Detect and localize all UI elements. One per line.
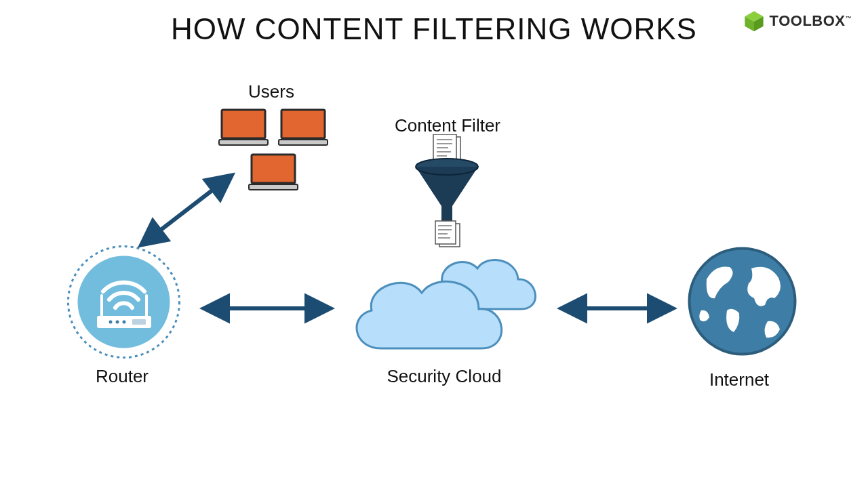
flow-arrows bbox=[0, 0, 868, 488]
arrow-router-users bbox=[142, 176, 231, 244]
diagram-stage: { "logo": { "text": "TOOLBOX", "tm": "™"… bbox=[0, 0, 868, 488]
